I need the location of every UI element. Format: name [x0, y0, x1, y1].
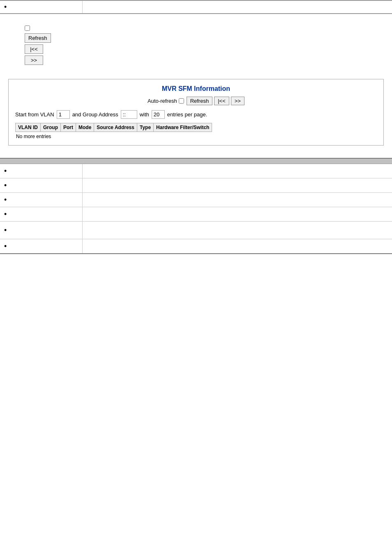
auto-refresh-row: [25, 25, 367, 31]
bottom-row5-col2: [82, 222, 392, 239]
bottom-row4-col1: •: [0, 207, 82, 222]
mvr-table-header-row: VLAN ID Group Port Mode Source Address T…: [16, 123, 212, 132]
group-address-input[interactable]: [121, 110, 137, 119]
bullet-icon: •: [4, 242, 7, 250]
bottom-row2-col1: •: [0, 178, 82, 193]
bottom-row6-col2: [82, 239, 392, 254]
table-row: •: [0, 222, 392, 239]
top-table: •: [0, 0, 392, 14]
mvr-next-button[interactable]: >>: [231, 97, 244, 105]
table-row: •: [0, 0, 392, 14]
bullet-icon: •: [4, 196, 7, 204]
no-entries-text: No more entries: [15, 134, 377, 139]
bottom-row5-col1: •: [0, 222, 82, 239]
bottom-row3-col1: •: [0, 193, 82, 207]
mvr-auto-refresh-checkbox[interactable]: [179, 98, 184, 104]
bottom-table-header-row: [0, 158, 392, 164]
mvr-sfm-box: MVR SFM Information Auto-refresh Refresh…: [8, 79, 384, 146]
bullet-icon: •: [4, 167, 7, 175]
mvr-col-source-address: Source Address: [94, 123, 137, 132]
mvr-title: MVR SFM Information: [15, 85, 377, 92]
bottom-row6-col1: •: [0, 239, 82, 254]
bottom-table: • • • • • •: [0, 158, 392, 254]
bottom-col2-header: [82, 158, 392, 164]
table-row: •: [0, 207, 392, 222]
table-row: •: [0, 239, 392, 254]
mvr-filter-row: Start from VLAN and Group Address with e…: [15, 110, 377, 119]
mvr-table-wrapper: VLAN ID Group Port Mode Source Address T…: [15, 123, 377, 139]
bottom-row2-col2: [82, 178, 392, 193]
bullet-icon: •: [4, 181, 7, 190]
bottom-row1-col2: [82, 164, 392, 178]
mvr-col-mode: Mode: [76, 123, 94, 132]
bottom-row1-col1: •: [0, 164, 82, 178]
entries-per-page-label: entries per page.: [167, 111, 208, 118]
start-vlan-input[interactable]: [57, 110, 70, 119]
bullet-icon: •: [4, 3, 7, 11]
mvr-auto-refresh-label: Auto-refresh: [148, 98, 177, 104]
mvr-prev-button[interactable]: |<<: [214, 97, 229, 105]
refresh-button[interactable]: Refresh: [25, 33, 51, 43]
mvr-col-hardware-filter: Hardware Filter/Switch: [154, 123, 212, 132]
top-table-col1: •: [0, 0, 82, 14]
and-group-address-label: and Group Address: [72, 111, 118, 118]
bullet-icon: •: [4, 226, 7, 234]
top-table-col2: [82, 0, 392, 14]
bottom-row3-col2: [82, 193, 392, 207]
table-row: •: [0, 178, 392, 193]
prev-button[interactable]: |<<: [25, 44, 43, 54]
with-label: with: [140, 111, 149, 118]
start-from-vlan-label: Start from VLAN: [15, 111, 54, 118]
entries-per-page-input[interactable]: [152, 110, 165, 119]
auto-refresh-checkbox[interactable]: [25, 25, 30, 31]
mvr-col-group: Group: [41, 123, 61, 132]
bullet-icon: •: [4, 210, 7, 218]
mvr-col-port: Port: [61, 123, 76, 132]
next-button[interactable]: >>: [25, 56, 43, 65]
table-row: •: [0, 193, 392, 207]
mvr-refresh-button[interactable]: Refresh: [187, 97, 213, 105]
bottom-col1-header: [0, 158, 82, 164]
mvr-table: VLAN ID Group Port Mode Source Address T…: [15, 123, 212, 132]
table-row: •: [0, 164, 392, 178]
mvr-col-vlan-id: VLAN ID: [16, 123, 41, 132]
mvr-col-type: Type: [137, 123, 153, 132]
bottom-row4-col2: [82, 207, 392, 222]
controls-section: Refresh |<< >>: [0, 21, 392, 71]
mvr-controls: Auto-refresh Refresh |<< >>: [15, 97, 377, 105]
